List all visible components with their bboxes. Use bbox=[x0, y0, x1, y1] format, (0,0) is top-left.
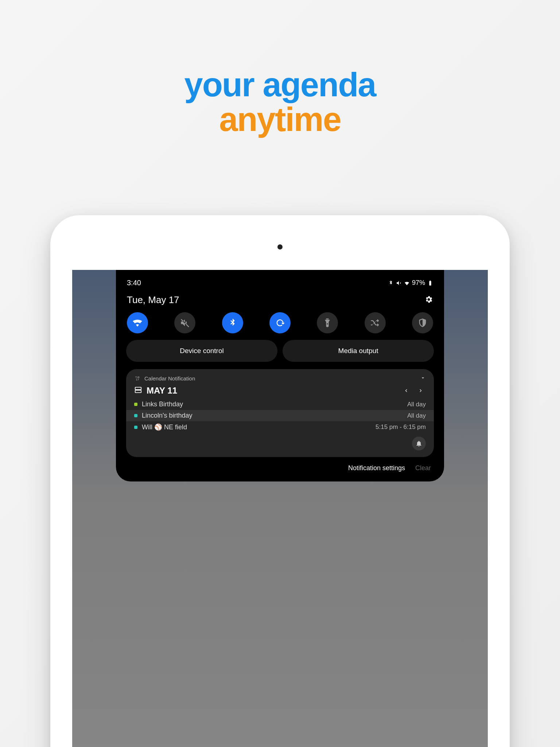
shade-date-row: Tue, May 17 bbox=[126, 292, 434, 312]
shuffle-toggle[interactable] bbox=[365, 312, 386, 333]
tablet-camera bbox=[277, 244, 283, 249]
tablet-frame: 3:40 97% Tue, May 17 bbox=[50, 215, 510, 747]
event-row[interactable]: Lincoln's birthdayAll day bbox=[126, 410, 434, 421]
device-control-button[interactable]: Device control bbox=[126, 340, 277, 362]
wifi-toggle[interactable] bbox=[127, 312, 148, 333]
svg-rect-1 bbox=[135, 390, 141, 392]
media-output-label: Media output bbox=[338, 347, 378, 355]
event-color-dot bbox=[134, 426, 137, 429]
quick-settings-icons bbox=[126, 312, 434, 340]
event-row[interactable]: Will ⚾ NE field5:15 pm - 6:15 pm bbox=[134, 421, 426, 433]
svg-rect-0 bbox=[135, 387, 141, 390]
status-right: 97% bbox=[388, 279, 433, 287]
shield-toggle[interactable] bbox=[412, 312, 433, 333]
notification-shade: 3:40 97% Tue, May 17 bbox=[116, 270, 444, 481]
event-color-dot bbox=[134, 414, 137, 417]
tablet-screen: 3:40 97% Tue, May 17 bbox=[72, 270, 488, 747]
flashlight-toggle[interactable] bbox=[317, 312, 338, 333]
event-row[interactable]: Links BirthdayAll day bbox=[134, 399, 426, 410]
wifi-status-icon bbox=[404, 280, 410, 286]
hero-text: your agenda anytime bbox=[0, 0, 560, 139]
bluetooth-status-icon bbox=[388, 280, 394, 286]
mute-status-icon bbox=[396, 280, 402, 286]
event-title: Will ⚾ NE field bbox=[142, 423, 376, 431]
sound-toggle[interactable] bbox=[174, 312, 195, 333]
notification-actions bbox=[134, 433, 426, 450]
status-time: 3:40 bbox=[127, 279, 141, 287]
agenda-icon bbox=[134, 386, 142, 395]
hero-line1: your agenda bbox=[0, 66, 560, 104]
notification-date: MAY 11 bbox=[147, 386, 397, 396]
notification-title-row: MAY 11 bbox=[134, 384, 426, 399]
shade-date: Tue, May 17 bbox=[127, 294, 179, 306]
battery-percent: 97% bbox=[412, 279, 425, 287]
prev-day-button[interactable] bbox=[401, 387, 411, 394]
battery-icon bbox=[427, 280, 433, 286]
notification-card[interactable]: TUE 17 Calendar Notification MAY 11 bbox=[126, 369, 434, 457]
notification-app-name: Calendar Notification bbox=[144, 375, 195, 382]
event-list: Links BirthdayAll dayLincoln's birthdayA… bbox=[134, 399, 426, 433]
shade-footer: Notification settings Clear bbox=[126, 457, 434, 473]
event-title: Links Birthday bbox=[142, 400, 407, 408]
quick-settings-pills: Device control Media output bbox=[126, 340, 434, 369]
next-day-button[interactable] bbox=[416, 387, 426, 394]
event-time: 5:15 pm - 6:15 pm bbox=[376, 423, 426, 431]
event-title: Lincoln's birthday bbox=[142, 412, 407, 419]
notification-settings-link[interactable]: Notification settings bbox=[348, 464, 405, 472]
clear-button[interactable]: Clear bbox=[415, 464, 431, 472]
device-control-label: Device control bbox=[180, 347, 223, 355]
notification-header: TUE 17 Calendar Notification bbox=[134, 375, 426, 384]
bluetooth-toggle[interactable] bbox=[222, 312, 243, 333]
event-color-dot bbox=[134, 403, 137, 406]
notification-app-icon: TUE 17 bbox=[134, 375, 141, 382]
bell-button[interactable] bbox=[412, 437, 426, 450]
media-output-button[interactable]: Media output bbox=[283, 340, 434, 362]
rotation-toggle[interactable] bbox=[269, 312, 291, 333]
settings-icon[interactable] bbox=[424, 295, 433, 305]
status-bar: 3:40 97% bbox=[126, 277, 434, 292]
expand-icon[interactable] bbox=[420, 375, 426, 382]
hero-line2: anytime bbox=[0, 100, 560, 139]
event-time: All day bbox=[407, 412, 426, 419]
event-time: All day bbox=[407, 401, 426, 408]
